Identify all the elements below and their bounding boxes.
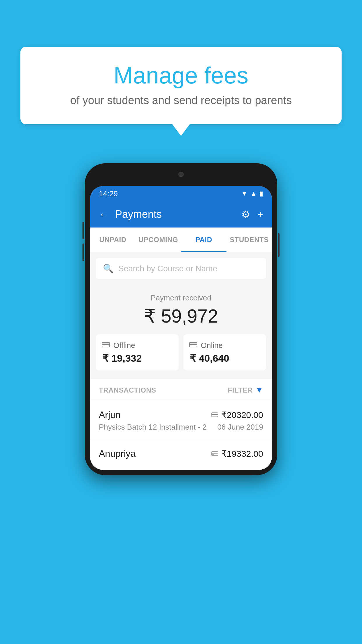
speech-bubble-tail — [172, 124, 190, 136]
svg-rect-4 — [189, 344, 197, 345]
tab-unpaid[interactable]: UNPAID — [90, 228, 136, 252]
offline-payment-card: Offline ₹ 19,332 — [96, 334, 179, 370]
offline-payment-icon — [211, 450, 218, 458]
online-amount: ₹ 40,640 — [189, 352, 229, 364]
table-row[interactable]: Arjun ₹20320.00 Physics — [90, 401, 272, 440]
payment-cards: Offline ₹ 19,332 — [96, 334, 266, 370]
tabs-bar: UNPAID UPCOMING PAID STUDENTS — [90, 228, 272, 252]
power-button — [278, 233, 280, 257]
online-payment-card: Online ₹ 40,640 — [183, 334, 266, 370]
tab-upcoming[interactable]: UPCOMING — [136, 228, 181, 252]
svg-rect-1 — [102, 344, 110, 345]
phone-top-bar — [90, 169, 272, 186]
payment-total: ₹ 59,972 — [96, 305, 266, 327]
battery-icon: ▮ — [260, 190, 263, 197]
phone-screen: 14:29 ▼ ▲ ▮ ← Payments ⚙ + — [90, 186, 272, 470]
volume-down-button — [82, 244, 84, 261]
payment-summary: Payment received ₹ 59,972 — [90, 285, 272, 379]
transaction-date: 06 June 2019 — [217, 423, 263, 432]
online-payment-icon — [211, 411, 218, 419]
svg-rect-2 — [103, 346, 105, 346]
svg-rect-10 — [212, 454, 214, 455]
transaction-amount-wrap: ₹20320.00 — [211, 410, 263, 420]
filter-icon: ▼ — [256, 386, 263, 395]
back-button[interactable]: ← — [99, 208, 109, 220]
offline-icon — [102, 341, 110, 350]
status-icons: ▼ ▲ ▮ — [241, 190, 263, 197]
transactions-label: TRANSACTIONS — [99, 386, 156, 394]
wifi-icon: ▼ — [241, 190, 247, 197]
speech-bubble: Manage fees of your students and send re… — [20, 47, 342, 124]
transaction-course: Physics Batch 12 Installment - 2 — [99, 423, 207, 432]
status-bar: 14:29 ▼ ▲ ▮ — [90, 186, 272, 201]
transaction-row-bottom: Physics Batch 12 Installment - 2 06 June… — [99, 423, 263, 432]
app-bar: ← Payments ⚙ + — [90, 201, 272, 228]
transaction-amount: ₹19332.00 — [221, 449, 263, 459]
svg-rect-7 — [212, 414, 218, 415]
transaction-amount-wrap: ₹19332.00 — [211, 449, 263, 459]
settings-button[interactable]: ⚙ — [241, 209, 250, 220]
transaction-name: Anupriya — [99, 448, 136, 459]
add-button[interactable]: + — [257, 209, 263, 220]
filter-label: FILTER — [228, 386, 253, 394]
offline-card-header: Offline — [102, 341, 135, 350]
search-box[interactable]: 🔍 Search by Course or Name — [96, 258, 266, 279]
svg-rect-9 — [212, 453, 218, 454]
payment-received-label: Payment received — [96, 293, 266, 302]
app-bar-title: Payments — [115, 208, 241, 220]
phone-notch — [169, 169, 193, 180]
search-container: 🔍 Search by Course or Name — [90, 252, 272, 285]
bubble-title: Manage fees — [38, 63, 324, 88]
bubble-subtitle: of your students and send receipts to pa… — [38, 94, 324, 107]
svg-rect-5 — [190, 346, 192, 346]
transaction-row-top: Anupriya ₹19332.00 — [99, 448, 263, 459]
transaction-amount: ₹20320.00 — [221, 410, 263, 420]
offline-label: Offline — [113, 341, 135, 350]
speech-bubble-section: Manage fees of your students and send re… — [20, 47, 342, 136]
search-icon: 🔍 — [103, 263, 114, 274]
phone-device: 14:29 ▼ ▲ ▮ ← Payments ⚙ + — [85, 163, 277, 475]
status-time: 14:29 — [99, 189, 118, 198]
online-icon — [189, 341, 197, 350]
search-placeholder: Search by Course or Name — [118, 264, 217, 273]
app-bar-actions: ⚙ + — [241, 209, 263, 220]
transaction-row-top: Arjun ₹20320.00 — [99, 410, 263, 420]
tab-paid[interactable]: PAID — [181, 228, 226, 252]
transaction-name: Arjun — [99, 410, 121, 420]
tab-students[interactable]: STUDENTS — [226, 228, 272, 252]
signal-icon: ▲ — [250, 190, 257, 197]
volume-up-button — [82, 222, 84, 239]
online-label: Online — [201, 341, 223, 350]
online-card-header: Online — [189, 341, 223, 350]
offline-amount: ₹ 19,332 — [102, 352, 142, 364]
front-camera — [178, 172, 184, 177]
transactions-header: TRANSACTIONS FILTER ▼ — [90, 379, 272, 401]
filter-button[interactable]: FILTER ▼ — [228, 386, 263, 395]
phone-frame: 14:29 ▼ ▲ ▮ ← Payments ⚙ + — [85, 163, 277, 475]
table-row[interactable]: Anupriya ₹19332.00 — [90, 440, 272, 470]
